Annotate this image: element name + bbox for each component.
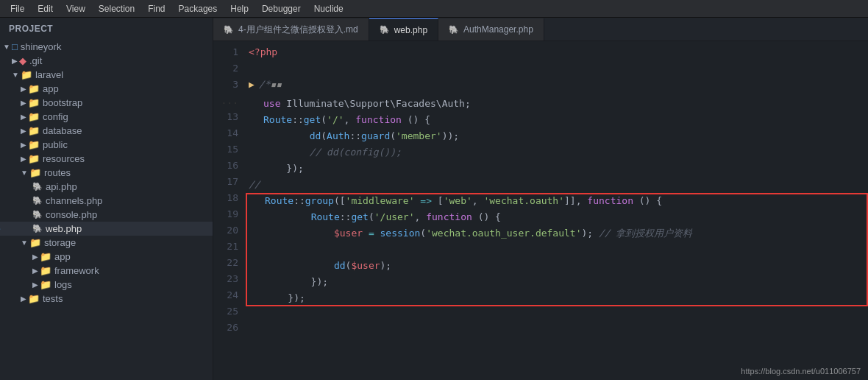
chevron-right-icon: ▶ <box>32 281 38 289</box>
code-token: ( <box>346 258 352 274</box>
code-line-18: // <box>249 177 868 193</box>
sidebar-item-logs[interactable]: ▶ 📁 logs <box>0 278 213 292</box>
code-token <box>265 209 311 225</box>
sidebar-item-label: app <box>43 83 59 94</box>
folder-icon: 📁 <box>28 83 40 94</box>
code-token: // dd(config()); <box>263 144 402 161</box>
editor-content: 1 2 3 ... 13 14 15 16 17 18 19 20 21 22 … <box>213 41 868 380</box>
tab-label: AuthManager.php <box>463 24 533 35</box>
code-line-1: <?php <box>249 44 868 60</box>
sidebar-item-public[interactable]: ▶ 📁 public <box>0 138 213 152</box>
chevron-right-icon: ▶ <box>12 57 18 65</box>
code-line-21: $user = session ( 'wechat.oauth_user.def… <box>249 225 868 242</box>
code-token: get <box>351 209 368 225</box>
code-token: guard <box>361 128 390 144</box>
code-line-24: }); <box>249 274 868 290</box>
sidebar-item-routes[interactable]: ▼ 📁 routes <box>0 166 213 180</box>
sidebar: Project ▼ □ shineyork ▶ ◆ .git ▼ 📁 larav… <box>0 18 213 380</box>
chevron-right-icon: ▶ <box>21 127 26 135</box>
sidebar-item-framework[interactable]: ▶ 📁 framework <box>0 264 213 278</box>
tab-md[interactable]: 🐘 4-用户组件之微信授权登入.md <box>213 18 369 41</box>
code-line-2 <box>249 60 868 77</box>
php-tab-icon: 🐘 <box>380 25 390 35</box>
folder-icon: 📁 <box>21 69 32 80</box>
sidebar-item-git[interactable]: ▶ ◆ .git <box>0 54 213 68</box>
chevron-right-icon: ▶ <box>32 267 38 275</box>
code-token: function <box>587 193 633 209</box>
monitor-icon: □ <box>12 41 18 52</box>
menu-file[interactable]: File <box>4 2 30 15</box>
folder-icon: 📁 <box>40 279 51 290</box>
menu-selection[interactable]: Selection <box>93 2 140 15</box>
code-token: ( <box>321 112 327 128</box>
menu-edit[interactable]: Edit <box>32 2 59 15</box>
editor-area: 🐘 4-用户组件之微信授权登入.md 🐘 web.php 🐘 AuthManag… <box>213 18 868 380</box>
code-body[interactable]: <?php ▶ /*▪▪ use Illuminate\Support\Faca… <box>246 41 868 380</box>
menu-nuclide[interactable]: Nuclide <box>308 2 349 15</box>
code-token: dd <box>334 258 346 274</box>
chevron-down-icon: ▼ <box>12 71 19 79</box>
sidebar-item-api-php[interactable]: 🐘 api.php <box>0 180 213 194</box>
menu-help[interactable]: Help <box>224 2 255 15</box>
code-token: 'middleware' <box>346 193 415 209</box>
code-token: :: <box>292 112 304 128</box>
sidebar-item-label: framework <box>54 265 99 276</box>
code-token: ( <box>390 128 396 144</box>
code-token: /*▪▪ <box>259 77 282 93</box>
code-line-20: Route :: get ( '/user' , function () { <box>249 209 868 225</box>
sidebar-item-laravel[interactable]: ▼ 📁 laravel <box>0 68 213 82</box>
sidebar-item-database[interactable]: ▶ 📁 database <box>0 124 213 138</box>
chevron-down-icon: ▼ <box>3 43 10 51</box>
code-token: function <box>355 112 402 128</box>
sidebar-item-channels-php[interactable]: 🐘 channels.php <box>0 194 213 208</box>
code-line-26 <box>249 306 868 323</box>
sidebar-item-label: app <box>54 251 71 262</box>
chevron-right-icon: ▶ <box>21 85 26 93</box>
sidebar-item-resources[interactable]: ▶ 📁 resources <box>0 152 213 166</box>
chevron-right-icon: ▶ <box>21 113 26 121</box>
diamond-icon: ◆ <box>19 55 26 66</box>
sidebar-item-tests[interactable]: ▶ 📁 tests <box>0 292 213 306</box>
folder-icon: 📁 <box>28 97 40 108</box>
chevron-right-icon: ▶ <box>21 99 26 107</box>
sidebar-item-web-php[interactable]: 🐘 web.php <box>0 222 213 236</box>
sidebar-item-storage-app[interactable]: ▶ 📁 app <box>0 250 213 264</box>
chevron-right-icon: ▶ <box>21 295 26 303</box>
tab-label: web.php <box>394 25 427 35</box>
code-token: use <box>263 96 280 112</box>
sidebar-item-config[interactable]: ▶ 📁 config <box>0 110 213 124</box>
sidebar-item-console-php[interactable]: 🐘 console.php <box>0 208 213 222</box>
code-token: [ <box>438 193 444 209</box>
sidebar-item-bootstrap[interactable]: ▶ 📁 bootstrap <box>0 96 213 110</box>
folder-icon: 📁 <box>28 153 40 164</box>
menu-find[interactable]: Find <box>142 2 171 15</box>
sidebar-item-label: storage <box>44 237 76 248</box>
code-token: <?php <box>249 44 277 60</box>
menu-debugger[interactable]: Debugger <box>256 2 307 15</box>
sidebar-item-label: routes <box>44 167 71 178</box>
code-token: 'member' <box>396 128 442 144</box>
sidebar-item-storage[interactable]: ▼ 📁 storage <box>0 236 213 250</box>
line-numbers: 1 2 3 ... 13 14 15 16 17 18 19 20 21 22 … <box>213 41 246 380</box>
sidebar-item-label: api.php <box>46 181 77 192</box>
code-token: // 拿到授权用户资料 <box>593 225 692 242</box>
sidebar-item-label: resources <box>43 153 85 164</box>
blue-arrow-icon <box>0 220 7 239</box>
menu-view[interactable]: View <box>60 2 91 15</box>
sidebar-item-shineyork[interactable]: ▼ □ shineyork <box>0 40 213 54</box>
code-token: '/user' <box>374 209 415 225</box>
code-token: '/' <box>327 112 344 128</box>
tab-web-php[interactable]: 🐘 web.php <box>369 18 438 41</box>
code-line-19: Route :: group ([ 'middleware' => [ 'web… <box>249 193 868 209</box>
sidebar-item-label: laravel <box>35 69 63 80</box>
folder-icon: 📁 <box>28 293 40 304</box>
code-token: Auth <box>327 128 349 144</box>
chevron-right-icon: ▶ <box>32 253 38 261</box>
menu-packages[interactable]: Packages <box>173 2 224 15</box>
code-token: dd <box>310 128 321 144</box>
sidebar-item-app[interactable]: ▶ 📁 app <box>0 82 213 96</box>
code-token: ); <box>380 258 392 274</box>
sidebar-item-label: shineyork <box>21 41 62 52</box>
tab-auth-manager[interactable]: 🐘 AuthManager.php <box>438 18 544 41</box>
chevron-down-icon: ▼ <box>21 169 28 177</box>
